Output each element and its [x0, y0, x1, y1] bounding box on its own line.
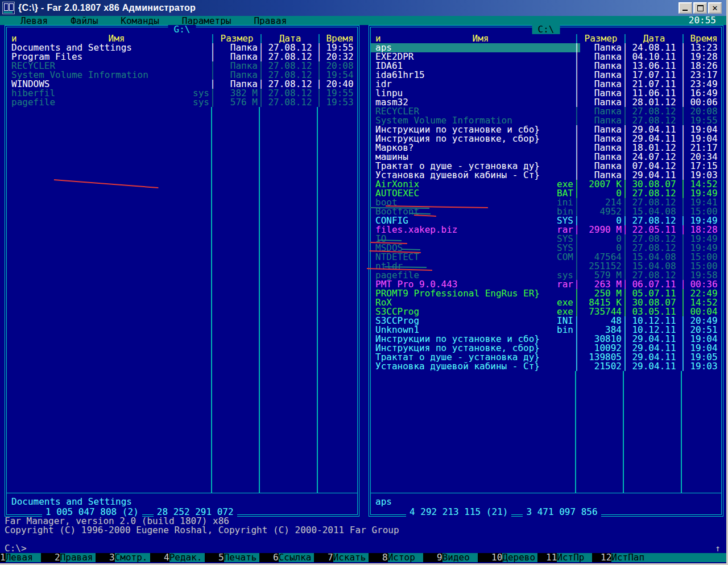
file-row[interactable]: MSDOSSYS│0│27.08.12│19:49	[371, 244, 721, 253]
file-row[interactable]: AUTOEXECBAT│0│27.08.12│19:49	[371, 189, 721, 198]
fkey-5[interactable]: 5Печать	[218, 553, 273, 562]
file-row[interactable]: Инструкция по установке, сбор}│10092│29.…	[371, 344, 721, 353]
fkey-number: 11	[546, 553, 557, 562]
file-row[interactable]: IOSYS│0│27.08.12│19:49	[371, 234, 721, 244]
file-time: 20:08	[686, 107, 721, 116]
fkey-9[interactable]: 9Видео	[437, 553, 491, 562]
file-row[interactable]: bootini│214│27.08.12│19:41	[371, 198, 721, 207]
column-separator: │	[573, 125, 580, 134]
file-row[interactable]: Инструкции по установке и сбо}│Папка│29.…	[371, 125, 721, 134]
column-separator: │	[258, 52, 264, 61]
file-row[interactable]: RECYCLER│Папка│27.08.12│20:08	[371, 107, 721, 116]
fkey-10[interactable]: 10Дерево	[491, 553, 546, 562]
file-row[interactable]: System Volume Information│Папка│27.08.12…	[371, 116, 721, 125]
file-row[interactable]: aps│Папка│24.08.11│13:23	[371, 43, 721, 52]
file-row[interactable]: Program Files│Папка│27.08.12│20:32	[7, 52, 357, 61]
file-row[interactable]: Трактат о душе - установка ду}│139805│29…	[371, 353, 721, 362]
column-separator: │	[573, 189, 580, 198]
menu-item-правая[interactable]: Правая	[254, 15, 287, 26]
fkey-2[interactable]: 2Правая	[55, 553, 109, 562]
column-header-time[interactable]: Время	[686, 34, 721, 43]
file-row[interactable]: EXE2DPR│Папка│04.10.11│19:28	[371, 52, 721, 61]
file-size: 251152	[580, 262, 622, 271]
fkey-8[interactable]: 8Истор	[382, 553, 437, 562]
column-separator: │	[573, 98, 580, 107]
window-title: {C:\} - Far 2.0.1807 x86 Администратор	[18, 3, 196, 13]
column-header-date[interactable]: Дата	[264, 34, 316, 43]
file-row[interactable]: S3CCProgINI│48│10.12.11│20:49	[371, 316, 721, 325]
file-row[interactable]: AirXonixexe│2007 K│30.08.07│14:52	[371, 180, 721, 189]
column-separator: │	[573, 362, 580, 371]
file-row[interactable]: ntldr│251152│15.04.08│15:00	[371, 262, 721, 271]
file-row[interactable]: Инструкция по установке, сбор}│Папка│29.…	[371, 134, 721, 143]
fkey-6[interactable]: 6Ссылка	[273, 553, 328, 562]
file-name-cell: bootini	[371, 198, 573, 207]
file-row[interactable]: masm32│Папка│28.01.12│00:06	[371, 98, 721, 107]
fkey-1[interactable]: 1Левая	[0, 553, 55, 562]
column-header-name[interactable]: Имя	[24, 34, 209, 43]
file-extension: rar	[555, 280, 573, 289]
column-header-size[interactable]: Размер	[580, 34, 622, 43]
file-row[interactable]: ida61hr15│Папка│17.07.11│23:17	[371, 71, 721, 80]
file-row[interactable]: Bootfontbin│4952│15.04.08│15:00	[371, 207, 721, 216]
column-separator: │	[573, 89, 580, 98]
file-row[interactable]: idr│Папка│21.07.11│23:49	[371, 80, 721, 89]
menu-item-файлы[interactable]: Файлы	[71, 15, 98, 26]
column-header-date[interactable]: Дата	[628, 34, 680, 43]
column-separator: │	[680, 89, 686, 98]
file-row[interactable]: Трактат о душе - установка ду}│Папка│07.…	[371, 162, 721, 171]
file-row[interactable]: linpu│Папка│11.06.11│16:49	[371, 89, 721, 98]
file-name: Bootfont	[375, 207, 555, 216]
file-row[interactable]: pagefilesys│579 M│27.08.12│19:58	[371, 271, 721, 280]
close-button[interactable]: ✕	[708, 2, 722, 14]
file-row[interactable]: IDA61│Папка│13.06.11│18:26	[371, 61, 721, 71]
file-row[interactable]: files.xakep.bizrar│2990 M│22.05.11│18:28	[371, 225, 721, 234]
file-row[interactable]: Установка душевой кабины - Ст}│Папка│29.…	[371, 171, 721, 180]
column-separator: │	[209, 52, 216, 61]
fkey-3[interactable]: 3Смотр.	[109, 553, 164, 562]
file-row[interactable]: машины│Папка│24.07.12│20:34	[371, 152, 721, 162]
fkey-11[interactable]: 11ИстПр	[546, 553, 601, 562]
file-row[interactable]: Unknown1bin│384│10.12.11│20:51	[371, 325, 721, 335]
file-row[interactable]: pagefilesys│576 M│27.08.12│19:53	[7, 98, 357, 107]
column-separator: │	[680, 134, 686, 143]
file-name-cell: Инструкция по установке, сбор}	[371, 134, 573, 143]
file-row[interactable]: hiberfilsys│382 M│27.08.12│19:55	[7, 89, 357, 98]
file-name-cell: WINDOWS	[7, 80, 209, 89]
file-name: PMT_Pro_9.0.443	[375, 280, 555, 289]
right-panel-path[interactable]: C:\	[532, 25, 560, 34]
file-row[interactable]: RECYCLER│Папка│27.08.12│20:08	[7, 61, 357, 71]
command-prompt[interactable]: C:\>	[5, 544, 27, 553]
file-row[interactable]: WINDOWS│Папка│27.08.12│20:40	[7, 80, 357, 89]
file-row[interactable]: NTDETECTCOM│47564│15.04.08│15:00	[371, 253, 721, 262]
right-file-list: aps│Папка│24.08.11│13:23EXE2DPR│Папка│04…	[371, 43, 721, 371]
file-row[interactable]: System Volume Information│Папка│27.08.12…	[7, 71, 357, 80]
file-row[interactable]: Марков?│Папка│18.01.12│21:17	[371, 143, 721, 152]
file-row[interactable]: RoXexe│8415 K│30.08.07│14:52	[371, 298, 721, 307]
menu-item-команды[interactable]: Команды	[121, 15, 159, 26]
file-row[interactable]: CONFIGSYS│0│27.08.12│19:49	[371, 216, 721, 225]
sort-indicator: и	[11, 34, 24, 43]
column-separator: │	[622, 171, 628, 180]
file-row[interactable]: Установка душевой кабины - Ст}│21502│29.…	[371, 362, 721, 371]
fkey-12[interactable]: 12ИстПап	[601, 553, 726, 562]
file-row[interactable]: Инструкции по установке и сбо}│30810│29.…	[371, 335, 721, 344]
column-separator: │	[680, 253, 686, 262]
file-row[interactable]: Documents and Settings│Папка│27.08.12│19…	[7, 43, 357, 52]
column-header-name[interactable]: Имя	[388, 34, 573, 43]
left-panel-path[interactable]: G:\	[168, 25, 196, 34]
fkey-7[interactable]: 7Искать	[328, 553, 382, 562]
column-header-time[interactable]: Время	[322, 34, 357, 43]
file-row[interactable]: S3CCProgexe│735744│03.05.11│00:04	[371, 307, 721, 316]
menu-item-левая[interactable]: Левая	[20, 15, 48, 26]
file-row[interactable]: PMT_Pro_9.0.443rar│263 M│06.07.11│00:36	[371, 280, 721, 289]
column-separator: │	[622, 316, 628, 325]
column-header-size[interactable]: Размер	[216, 34, 258, 43]
fkey-4[interactable]: 4Редак.	[164, 553, 218, 562]
column-separator: │	[622, 61, 628, 71]
file-row[interactable]: PROMT9_Professional_EngRus_ER}│250 M│05.…	[371, 289, 721, 298]
file-name-cell: IDA61	[371, 61, 573, 71]
restore-button[interactable]	[693, 2, 707, 14]
minimize-button[interactable]	[679, 2, 692, 14]
file-name: Инструкция по установке, сбор}	[375, 134, 555, 143]
